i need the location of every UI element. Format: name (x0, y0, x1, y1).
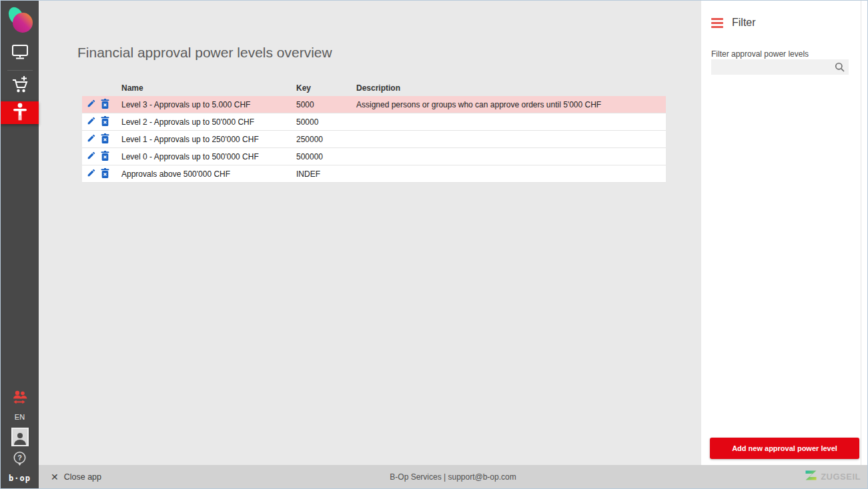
close-app-button[interactable]: ✕ Close app (51, 472, 101, 482)
header-name: Name (121, 83, 296, 93)
sidebar-bottom-group: EN ? b·op (9, 390, 31, 488)
person-icon (12, 103, 28, 123)
approval-levels-table: Name Key Description (82, 79, 666, 183)
row-actions-cell (82, 116, 121, 128)
row-key: 500000 (296, 152, 356, 161)
edit-button[interactable] (87, 151, 96, 162)
edit-pencil-icon (87, 116, 96, 127)
row-key: INDEF (296, 169, 356, 179)
table-row[interactable]: Level 3 - Approvals up to 5.000 CHF 5000… (82, 96, 666, 113)
sidebar: EN ? b·op (1, 1, 39, 488)
close-icon: ✕ (51, 472, 59, 482)
delete-trash-icon (101, 151, 109, 163)
table-header-row: Name Key Description (82, 79, 666, 96)
search-icon[interactable] (835, 62, 845, 72)
svg-text:?: ? (17, 454, 22, 462)
delete-button[interactable] (101, 168, 109, 180)
sidebar-divider (7, 70, 33, 71)
app-window: { "sidebar": { "language_label": "EN", "… (0, 0, 868, 489)
row-key: 5000 (296, 100, 356, 109)
delete-trash-icon (101, 168, 109, 180)
row-actions-cell (82, 151, 121, 163)
bop-logo: b·op (9, 474, 31, 483)
help-icon[interactable]: ? (12, 451, 27, 470)
row-name: Approvals above 500'000 CHF (121, 169, 296, 179)
avatar[interactable] (11, 428, 29, 446)
row-actions-cell (82, 133, 121, 145)
zugseil-wordmark: ZUGSEIL (821, 472, 861, 482)
header-key: Key (296, 83, 356, 93)
search-input[interactable] (711, 63, 835, 72)
sidebar-item-approval-levels[interactable] (1, 101, 39, 124)
delete-button[interactable] (101, 133, 109, 145)
sidebar-item-desktop[interactable] (1, 42, 39, 65)
app-logo-icon[interactable] (5, 5, 35, 35)
delete-button[interactable] (101, 151, 109, 163)
zugseil-z-icon (805, 470, 817, 484)
edit-button[interactable] (87, 133, 96, 145)
row-name: Level 3 - Approvals up to 5.000 CHF (121, 100, 296, 109)
group-swap-icon (11, 395, 29, 406)
delete-trash-icon (101, 133, 109, 145)
delete-button[interactable] (101, 99, 109, 111)
row-name: Level 1 - Approvals up to 250'000 CHF (121, 135, 296, 144)
sidebar-item-orders[interactable] (1, 75, 39, 97)
delete-trash-icon (101, 99, 109, 111)
delete-button[interactable] (101, 116, 109, 128)
add-approval-power-level-button[interactable]: Add new approval power level (710, 438, 859, 459)
delete-trash-icon (101, 116, 109, 128)
table-row[interactable]: Level 2 - Approvals up to 50'000 CHF 500… (82, 113, 666, 131)
filter-panel: Filter Filter approval power levels Add … (701, 1, 868, 466)
main-content: Financial approval power levels overview… (39, 1, 701, 466)
page-title: Financial approval power levels overview (77, 45, 332, 61)
row-description: Assigned persons or groups who can appro… (356, 100, 666, 109)
footer-bar: B-Op Services | support@b-op.com ✕ Close… (39, 465, 867, 488)
row-actions-cell (82, 99, 121, 111)
row-key: 50000 (296, 117, 356, 127)
table-body: Level 3 - Approvals up to 5.000 CHF 5000… (82, 96, 666, 183)
edit-pencil-icon (87, 133, 96, 145)
zugseil-logo: ZUGSEIL (805, 470, 861, 484)
edit-pencil-icon (87, 99, 96, 110)
row-actions-cell (82, 168, 121, 180)
filter-header: Filter (711, 17, 756, 29)
search-box (711, 59, 849, 75)
edit-button[interactable] (87, 168, 96, 179)
edit-pencil-icon (87, 151, 96, 162)
menu-hamburger-icon[interactable] (711, 18, 723, 28)
header-description: Description (356, 83, 666, 93)
footer-support-text: B-Op Services | support@b-op.com (39, 472, 867, 482)
sidebar-item-user-groups[interactable] (11, 390, 29, 407)
language-selector[interactable]: EN (15, 413, 25, 421)
edit-button[interactable] (87, 116, 96, 127)
filter-label: Filter approval power levels (711, 49, 809, 59)
table-row[interactable]: Level 1 - Approvals up to 250'000 CHF 25… (82, 131, 666, 148)
table-row[interactable]: Level 0 - Approvals up to 500'000 CHF 50… (82, 148, 666, 165)
table-row[interactable]: Approvals above 500'000 CHF INDEF (82, 165, 666, 183)
filter-title: Filter (732, 17, 756, 29)
monitor-icon (11, 44, 29, 63)
edit-button[interactable] (87, 99, 96, 110)
row-name: Level 0 - Approvals up to 500'000 CHF (121, 152, 296, 161)
row-key: 250000 (296, 135, 356, 144)
close-app-label: Close app (64, 472, 101, 482)
row-name: Level 2 - Approvals up to 50'000 CHF (121, 117, 296, 127)
edit-pencil-icon (87, 168, 96, 179)
panel-edge-line (861, 1, 861, 466)
cart-plus-icon (11, 75, 29, 97)
